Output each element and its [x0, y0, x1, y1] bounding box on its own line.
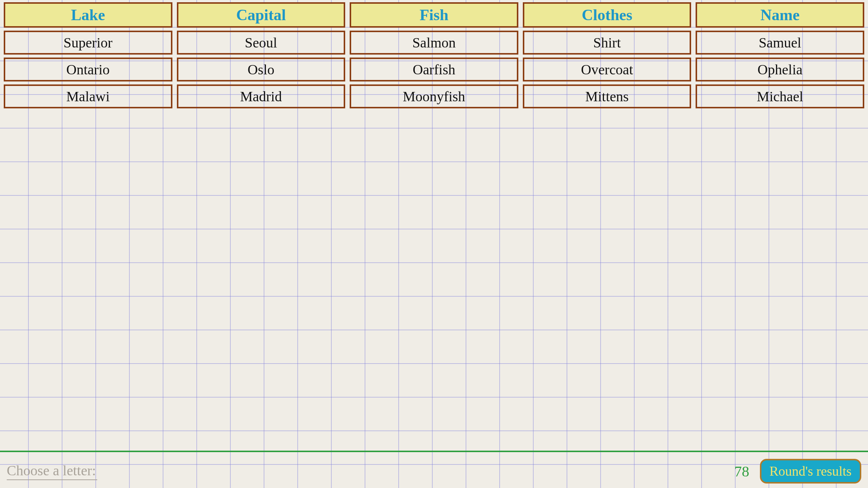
answer-cell[interactable]: Moonyfish — [350, 84, 518, 108]
rounds-results-button[interactable]: Round's results — [760, 459, 862, 484]
answer-cell[interactable]: Madrid — [177, 84, 346, 108]
answers-table: Lake Capital Fish Clothes Name Superior … — [0, 0, 868, 108]
answer-cell[interactable]: Oslo — [177, 58, 346, 81]
answer-cell[interactable]: Superior — [4, 31, 172, 55]
answer-cell[interactable]: Ontario — [4, 58, 172, 81]
column-header-fish: Fish — [350, 2, 518, 28]
answer-cell[interactable]: Michael — [696, 84, 864, 108]
answer-cell[interactable]: Malawi — [4, 84, 172, 108]
column-header-name: Name — [696, 2, 864, 28]
answer-cell[interactable]: Shirt — [523, 31, 691, 55]
column-header-lake: Lake — [4, 2, 172, 28]
answer-cell[interactable]: Mittens — [523, 84, 691, 108]
column-header-clothes: Clothes — [523, 2, 691, 28]
table-header-row: Lake Capital Fish Clothes Name — [4, 2, 864, 28]
answer-cell[interactable]: Samuel — [696, 31, 864, 55]
answer-cell[interactable]: Ophelia — [696, 58, 864, 81]
answer-cell[interactable]: Seoul — [177, 31, 346, 55]
table-row: Malawi Madrid Moonyfish Mittens Michael — [4, 84, 864, 108]
answer-cell[interactable]: Overcoat — [523, 58, 691, 81]
column-header-capital: Capital — [177, 2, 346, 28]
table-row: Superior Seoul Salmon Shirt Samuel — [4, 31, 864, 55]
answer-cell[interactable]: Salmon — [350, 31, 518, 55]
choose-letter-input[interactable]: Choose a letter: — [7, 462, 97, 480]
table-row: Ontario Oslo Oarfish Overcoat Ophelia — [4, 58, 864, 81]
footer-bar: Choose a letter: 78 Round's results — [0, 454, 868, 488]
score-value: 78 — [734, 463, 749, 480]
footer-divider — [0, 451, 868, 452]
answer-cell[interactable]: Oarfish — [350, 58, 518, 81]
